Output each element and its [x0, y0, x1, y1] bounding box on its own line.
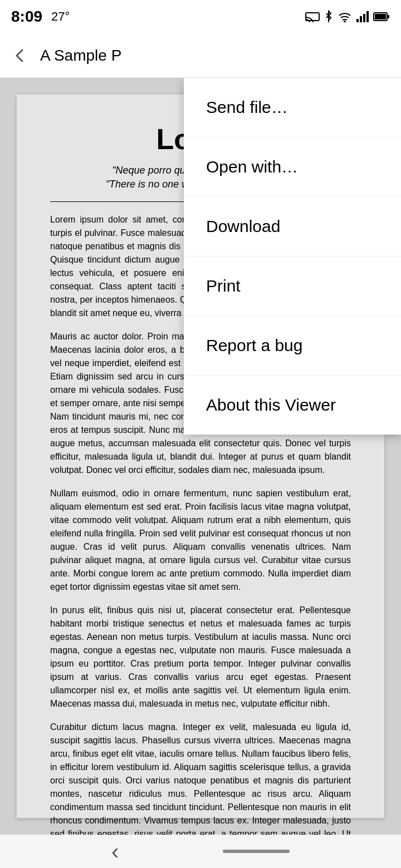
- dropdown-menu: Send file… Open with… Download Print Rep…: [184, 78, 401, 435]
- menu-item-open-with[interactable]: Open with…: [184, 137, 401, 197]
- download-label: Download: [206, 217, 280, 236]
- status-right: [305, 10, 390, 23]
- send-file-label: Send file…: [206, 98, 288, 117]
- wifi-icon: [338, 11, 352, 22]
- main-content: Lorem "Neque porro quisquam est qui dolo…: [0, 78, 401, 835]
- cellular-icon: [356, 11, 369, 22]
- menu-item-send-file[interactable]: Send file…: [184, 78, 401, 137]
- bluetooth-icon: [324, 10, 333, 23]
- back-button[interactable]: [11, 47, 29, 65]
- app-bar: A Sample P: [0, 33, 401, 78]
- battery-icon: [373, 12, 390, 22]
- svg-rect-3: [356, 19, 359, 22]
- menu-item-report-bug[interactable]: Report a bug: [184, 316, 401, 376]
- menu-item-print[interactable]: Print: [184, 257, 401, 316]
- status-bar: 8:09 27°: [0, 0, 401, 33]
- nav-back-button[interactable]: ‹: [111, 839, 119, 864]
- report-bug-label: Report a bug: [206, 336, 302, 355]
- about-viewer-label: About this Viewer: [206, 396, 336, 415]
- svg-rect-6: [366, 11, 369, 22]
- svg-point-2: [344, 21, 346, 22]
- status-left: 8:09 27°: [11, 8, 70, 26]
- cast-icon: [305, 11, 320, 22]
- app-title: A Sample P: [40, 47, 390, 65]
- menu-item-download[interactable]: Download: [184, 197, 401, 257]
- status-time: 8:09: [11, 8, 42, 26]
- svg-rect-5: [363, 14, 365, 22]
- open-with-label: Open with…: [206, 157, 298, 176]
- home-indicator[interactable]: [223, 850, 290, 853]
- print-label: Print: [206, 277, 241, 295]
- svg-rect-4: [360, 16, 362, 22]
- status-temp: 27°: [51, 9, 70, 24]
- svg-rect-9: [388, 15, 389, 18]
- svg-rect-8: [375, 14, 386, 19]
- bottom-bar: ‹: [0, 835, 401, 868]
- menu-item-about-viewer[interactable]: About this Viewer: [184, 376, 401, 435]
